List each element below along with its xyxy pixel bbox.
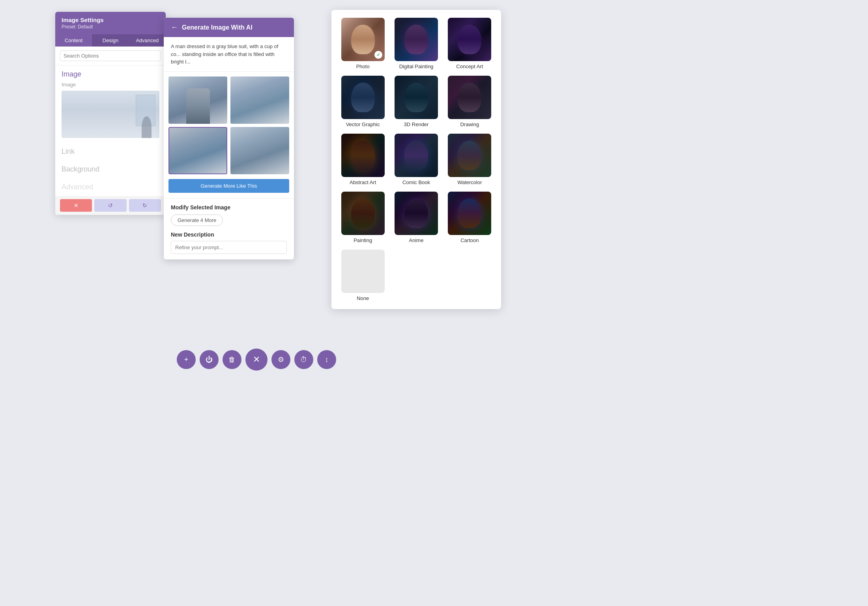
style-item-none[interactable]: None bbox=[339, 250, 386, 301]
style-item-drawing[interactable]: Drawing bbox=[446, 76, 493, 127]
style-item-cartoon[interactable]: Cartoon bbox=[446, 192, 493, 243]
toolbar-add-button[interactable]: + bbox=[177, 350, 196, 369]
modify-label: Modify Selected Image bbox=[171, 204, 287, 211]
style-item-vector-graphic[interactable]: Vector Graphic bbox=[339, 76, 386, 127]
style-label-3d: 3D Render bbox=[404, 121, 429, 127]
image-section-label: Image bbox=[62, 70, 159, 78]
toolbar-sort-button[interactable]: ↕ bbox=[317, 350, 336, 369]
style-label-watercolor: Watercolor bbox=[457, 179, 482, 185]
style-label-vector: Vector Graphic bbox=[346, 121, 380, 127]
panel-footer: ✕ ↺ ↻ bbox=[55, 196, 166, 215]
tab-design[interactable]: Design bbox=[92, 34, 129, 47]
style-label-photo: Photo bbox=[356, 63, 370, 69]
search-input[interactable] bbox=[60, 50, 161, 61]
style-item-abstract-art[interactable]: Abstract Art bbox=[339, 134, 386, 185]
style-label-cartoon: Cartoon bbox=[460, 237, 479, 243]
preview-bg bbox=[62, 91, 159, 138]
preview-person bbox=[142, 116, 152, 138]
generate-description: A man dressed in a gray blue suit, with … bbox=[164, 37, 294, 72]
toolbar-power-button[interactable]: ⏻ bbox=[200, 350, 219, 369]
toolbar-close-button[interactable]: ✕ bbox=[245, 349, 268, 371]
toolbar-delete-button[interactable]: 🗑 bbox=[223, 350, 241, 369]
generated-image-3[interactable] bbox=[168, 127, 227, 174]
tab-content[interactable]: Content bbox=[55, 34, 92, 47]
style-img-painting bbox=[341, 192, 385, 235]
style-label-digital: Digital Painting bbox=[399, 63, 434, 69]
toolbar-settings-button[interactable]: ⚙ bbox=[271, 350, 290, 369]
toolbar-timer-button[interactable]: ⏱ bbox=[294, 350, 313, 369]
back-icon[interactable]: ← bbox=[171, 23, 178, 32]
style-img-digital bbox=[395, 18, 438, 61]
modify-section: Modify Selected Image Generate 4 More Ne… bbox=[164, 198, 294, 259]
redo-button[interactable]: ↻ bbox=[129, 199, 161, 212]
style-img-photo: ✓ bbox=[341, 18, 385, 61]
style-grid: ✓ Photo Digital Painting Concept Art Vec… bbox=[339, 18, 493, 301]
generated-images-grid bbox=[164, 72, 294, 179]
style-label-none: None bbox=[357, 295, 369, 301]
panel-preset: Preset: Default bbox=[62, 24, 159, 30]
style-label-anime: Anime bbox=[409, 237, 424, 243]
image-settings-panel: Image Settings Preset: Default Content D… bbox=[55, 12, 166, 215]
generated-image-4[interactable] bbox=[230, 127, 289, 174]
new-description-label: New Description bbox=[171, 231, 287, 238]
generate-more-button[interactable]: Generate More Like This bbox=[168, 179, 289, 193]
panel-search-area bbox=[55, 47, 166, 65]
style-img-abstract bbox=[341, 134, 385, 177]
image-preview[interactable] bbox=[62, 91, 159, 138]
image-sublabel: Image bbox=[62, 82, 159, 88]
style-item-comic-book[interactable]: Comic Book bbox=[393, 134, 440, 185]
generated-image-1[interactable] bbox=[168, 76, 227, 124]
style-item-digital-painting[interactable]: Digital Painting bbox=[393, 18, 440, 69]
style-img-render3d bbox=[395, 76, 438, 119]
style-label-comic: Comic Book bbox=[402, 179, 430, 185]
cancel-button[interactable]: ✕ bbox=[60, 199, 92, 212]
image-section: Image Image bbox=[55, 65, 166, 143]
style-item-photo[interactable]: ✓ Photo bbox=[339, 18, 386, 69]
generate-title: Generate Image With AI bbox=[182, 24, 253, 31]
panel-tabs: Content Design Advanced bbox=[55, 34, 166, 47]
style-img-watercolor bbox=[448, 134, 491, 177]
style-item-painting[interactable]: Painting bbox=[339, 192, 386, 243]
style-item-3d-render[interactable]: 3D Render bbox=[393, 76, 440, 127]
style-label-painting: Painting bbox=[354, 237, 372, 243]
style-item-watercolor[interactable]: Watercolor bbox=[446, 134, 493, 185]
generate-4-more-button[interactable]: Generate 4 More bbox=[171, 214, 223, 226]
style-img-concept bbox=[448, 18, 491, 61]
style-label-abstract: Abstract Art bbox=[350, 179, 376, 185]
panel-title: Image Settings bbox=[62, 17, 159, 23]
style-picker-panel: ✓ Photo Digital Painting Concept Art Vec… bbox=[331, 10, 501, 309]
panel-header: Image Settings Preset: Default bbox=[55, 12, 166, 34]
photo-check: ✓ bbox=[374, 51, 382, 59]
style-img-none bbox=[341, 250, 385, 293]
style-img-cartoon bbox=[448, 192, 491, 235]
generate-header: ← Generate Image With AI bbox=[164, 18, 294, 37]
undo-button[interactable]: ↺ bbox=[94, 199, 126, 212]
background-section-label: Background bbox=[55, 160, 166, 178]
style-label-drawing: Drawing bbox=[460, 121, 479, 127]
link-section-label: Link bbox=[55, 143, 166, 160]
style-label-concept: Concept Art bbox=[456, 63, 483, 69]
tab-advanced[interactable]: Advanced bbox=[129, 34, 166, 47]
style-item-concept-art[interactable]: Concept Art bbox=[446, 18, 493, 69]
advanced-section-label: Advanced bbox=[55, 178, 166, 196]
style-img-drawing bbox=[448, 76, 491, 119]
generated-image-2[interactable] bbox=[230, 76, 289, 124]
style-img-anime bbox=[395, 192, 438, 235]
bottom-toolbar: + ⏻ 🗑 ✕ ⚙ ⏱ ↕ bbox=[177, 349, 336, 371]
style-item-anime[interactable]: Anime bbox=[393, 192, 440, 243]
generate-image-panel: ← Generate Image With AI A man dressed i… bbox=[164, 18, 294, 259]
style-img-comic bbox=[395, 134, 438, 177]
new-description-input[interactable] bbox=[171, 241, 287, 254]
style-img-vector bbox=[341, 76, 385, 119]
